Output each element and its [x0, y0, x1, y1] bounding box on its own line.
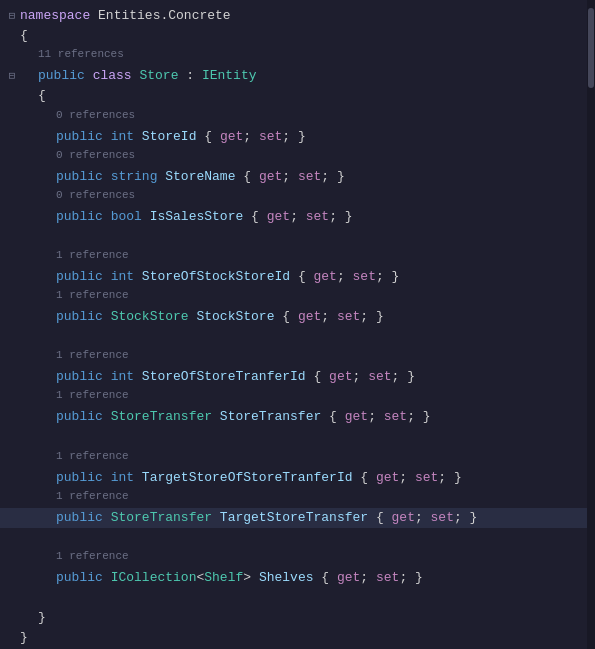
token-prop-name: StoreTransfer [220, 409, 321, 424]
token-plain [103, 369, 111, 384]
code-line: public int TargetStoreOfStoreTranferId {… [20, 468, 595, 488]
token-plain [103, 129, 111, 144]
collapse-button[interactable]: ⊟ [4, 8, 20, 25]
token-punct: : [186, 68, 194, 83]
token-identifier: Entities [98, 8, 160, 23]
code-row: 1 reference [0, 387, 595, 407]
code-row [0, 327, 595, 347]
token-kw-public: public [56, 269, 103, 284]
code-line: } [20, 608, 595, 628]
code-line: public int StoreId { get; set; } [20, 127, 595, 147]
token-kw-class: class [93, 68, 132, 83]
token-accessor: get [392, 510, 415, 525]
token-brace: } [423, 409, 431, 424]
token-kw-public: public [56, 409, 103, 424]
ref-hint[interactable]: 0 references [20, 187, 595, 204]
empty-line [20, 227, 595, 247]
token-brace: { [298, 269, 306, 284]
token-brace: } [376, 309, 384, 324]
ref-hint[interactable]: 0 references [20, 107, 595, 124]
token-plain [290, 309, 298, 324]
token-punct: ; [438, 470, 446, 485]
token-type-name: StockStore [111, 309, 189, 324]
token-plain [251, 129, 259, 144]
token-punct: ; [399, 470, 407, 485]
ref-hint[interactable]: 1 reference [20, 448, 595, 465]
token-plain [446, 470, 454, 485]
token-type-name: StoreTransfer [111, 409, 212, 424]
code-row: 0 references [0, 107, 595, 127]
token-plain [212, 129, 220, 144]
code-row [0, 528, 595, 548]
token-plain [329, 570, 337, 585]
collapse-button[interactable]: ⊟ [4, 68, 20, 85]
code-row: public int TargetStoreOfStoreTranferId {… [0, 468, 595, 488]
ref-hint[interactable]: 11 references [20, 46, 595, 63]
scrollbar[interactable] [587, 0, 595, 649]
token-plain [103, 570, 111, 585]
token-brace: { [251, 209, 259, 224]
token-punct: ; [337, 269, 345, 284]
token-brace: { [321, 570, 329, 585]
token-plain [337, 409, 345, 424]
code-line: namespace Entities.Concrete [20, 6, 595, 26]
ref-hint[interactable]: 1 reference [20, 247, 595, 264]
token-brace: { [360, 470, 368, 485]
ref-hint[interactable]: 1 reference [20, 548, 595, 565]
token-plain [103, 209, 111, 224]
token-kw-public: public [56, 510, 103, 525]
token-accessor: get [337, 570, 360, 585]
code-line: public int StoreOfStoreTranferId { get; … [20, 367, 595, 387]
token-kw-public: public [56, 369, 103, 384]
token-plain [415, 409, 423, 424]
ref-hint[interactable]: 1 reference [20, 488, 595, 505]
token-plain [399, 369, 407, 384]
token-kw-int: int [111, 269, 134, 284]
ref-hint[interactable]: 1 reference [20, 347, 595, 364]
token-plain [321, 409, 329, 424]
token-plain [103, 470, 111, 485]
code-row: 11 references [0, 46, 595, 66]
token-punct: ; [376, 269, 384, 284]
token-plain [407, 470, 415, 485]
code-line: } [20, 628, 595, 648]
token-prop-name: StoreOfStockStoreId [142, 269, 290, 284]
ref-hint[interactable]: 1 reference [20, 287, 595, 304]
token-brace: } [470, 510, 478, 525]
scrollbar-thumb[interactable] [588, 8, 594, 88]
token-accessor: get [376, 470, 399, 485]
code-row: 1 reference [0, 287, 595, 307]
code-line: public class Store : IEntity [20, 66, 595, 86]
ref-hint[interactable]: 0 references [20, 147, 595, 164]
code-line: { [20, 26, 595, 46]
code-row: public int StoreOfStoreTranferId { get; … [0, 367, 595, 387]
code-row: public StoreTransfer TargetStoreTransfer… [0, 508, 595, 528]
code-row: 1 reference [0, 488, 595, 508]
token-accessor: set [337, 309, 360, 324]
token-plain [306, 269, 314, 284]
token-plain [298, 209, 306, 224]
token-plain [251, 570, 259, 585]
token-accessor: set [298, 169, 321, 184]
code-line: public int StoreOfStockStoreId { get; se… [20, 267, 595, 287]
code-row: ⊟public class Store : IEntity [0, 66, 595, 86]
token-accessor: set [353, 269, 376, 284]
token-kw-int: int [111, 129, 134, 144]
code-row: 1 reference [0, 247, 595, 267]
code-line: public StoreTransfer StoreTransfer { get… [20, 407, 595, 427]
token-plain [103, 269, 111, 284]
token-plain [90, 8, 98, 23]
token-brace: { [20, 28, 28, 43]
token-brace: } [337, 169, 345, 184]
code-line: public StoreTransfer TargetStoreTransfer… [20, 508, 595, 528]
token-plain [103, 409, 111, 424]
ref-hint[interactable]: 1 reference [20, 387, 595, 404]
token-type-name: StoreTransfer [111, 510, 212, 525]
token-kw-public: public [56, 470, 103, 485]
token-prop-name: StockStore [196, 309, 274, 324]
token-accessor: set [306, 209, 329, 224]
code-row: public string StoreName { get; set; } [0, 167, 595, 187]
token-plain [103, 309, 111, 324]
code-row: public ICollection<Shelf> Shelves { get;… [0, 568, 595, 588]
code-row: { [0, 86, 595, 106]
